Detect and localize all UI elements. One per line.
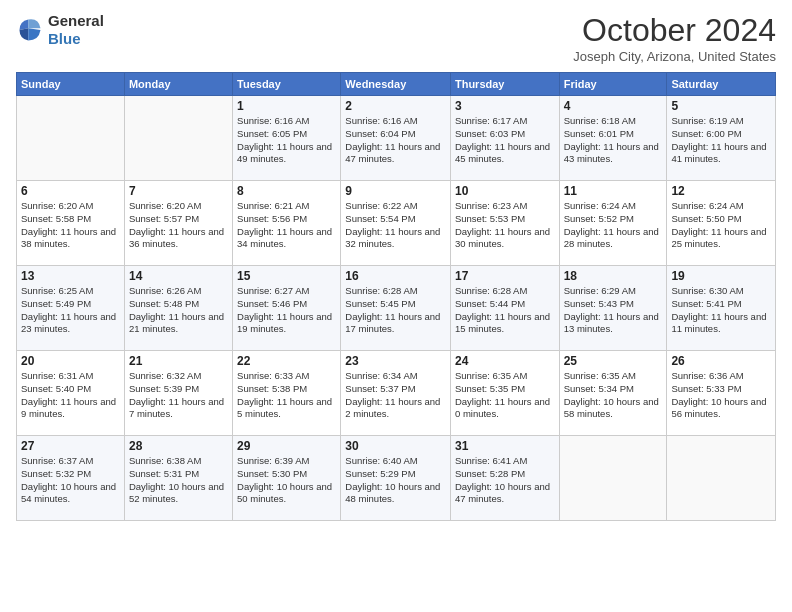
calendar-cell: 1Sunrise: 6:16 AMSunset: 6:05 PMDaylight… bbox=[233, 96, 341, 181]
day-info: Sunrise: 6:29 AMSunset: 5:43 PMDaylight:… bbox=[564, 285, 663, 336]
day-number: 26 bbox=[671, 354, 771, 368]
day-info: Sunrise: 6:16 AMSunset: 6:05 PMDaylight:… bbox=[237, 115, 336, 166]
col-friday: Friday bbox=[559, 73, 667, 96]
calendar-cell bbox=[559, 436, 667, 521]
day-info: Sunrise: 6:35 AMSunset: 5:35 PMDaylight:… bbox=[455, 370, 555, 421]
col-wednesday: Wednesday bbox=[341, 73, 451, 96]
day-number: 1 bbox=[237, 99, 336, 113]
calendar-cell: 21Sunrise: 6:32 AMSunset: 5:39 PMDayligh… bbox=[124, 351, 232, 436]
day-info: Sunrise: 6:25 AMSunset: 5:49 PMDaylight:… bbox=[21, 285, 120, 336]
day-info: Sunrise: 6:17 AMSunset: 6:03 PMDaylight:… bbox=[455, 115, 555, 166]
calendar-cell: 31Sunrise: 6:41 AMSunset: 5:28 PMDayligh… bbox=[450, 436, 559, 521]
day-info: Sunrise: 6:33 AMSunset: 5:38 PMDaylight:… bbox=[237, 370, 336, 421]
day-info: Sunrise: 6:28 AMSunset: 5:44 PMDaylight:… bbox=[455, 285, 555, 336]
col-sunday: Sunday bbox=[17, 73, 125, 96]
calendar-cell: 20Sunrise: 6:31 AMSunset: 5:40 PMDayligh… bbox=[17, 351, 125, 436]
calendar-cell: 17Sunrise: 6:28 AMSunset: 5:44 PMDayligh… bbox=[450, 266, 559, 351]
page: General Blue October 2024 Joseph City, A… bbox=[0, 0, 792, 612]
day-info: Sunrise: 6:26 AMSunset: 5:48 PMDaylight:… bbox=[129, 285, 228, 336]
calendar-cell: 10Sunrise: 6:23 AMSunset: 5:53 PMDayligh… bbox=[450, 181, 559, 266]
day-info: Sunrise: 6:37 AMSunset: 5:32 PMDaylight:… bbox=[21, 455, 120, 506]
calendar-cell: 9Sunrise: 6:22 AMSunset: 5:54 PMDaylight… bbox=[341, 181, 451, 266]
day-number: 14 bbox=[129, 269, 228, 283]
day-info: Sunrise: 6:19 AMSunset: 6:00 PMDaylight:… bbox=[671, 115, 771, 166]
day-number: 24 bbox=[455, 354, 555, 368]
day-info: Sunrise: 6:24 AMSunset: 5:50 PMDaylight:… bbox=[671, 200, 771, 251]
day-info: Sunrise: 6:41 AMSunset: 5:28 PMDaylight:… bbox=[455, 455, 555, 506]
day-number: 3 bbox=[455, 99, 555, 113]
day-number: 19 bbox=[671, 269, 771, 283]
day-number: 12 bbox=[671, 184, 771, 198]
calendar-cell: 30Sunrise: 6:40 AMSunset: 5:29 PMDayligh… bbox=[341, 436, 451, 521]
col-saturday: Saturday bbox=[667, 73, 776, 96]
calendar-cell: 6Sunrise: 6:20 AMSunset: 5:58 PMDaylight… bbox=[17, 181, 125, 266]
day-number: 2 bbox=[345, 99, 446, 113]
calendar-cell: 4Sunrise: 6:18 AMSunset: 6:01 PMDaylight… bbox=[559, 96, 667, 181]
day-number: 17 bbox=[455, 269, 555, 283]
col-monday: Monday bbox=[124, 73, 232, 96]
day-info: Sunrise: 6:21 AMSunset: 5:56 PMDaylight:… bbox=[237, 200, 336, 251]
day-number: 27 bbox=[21, 439, 120, 453]
calendar-week-row: 1Sunrise: 6:16 AMSunset: 6:05 PMDaylight… bbox=[17, 96, 776, 181]
day-number: 8 bbox=[237, 184, 336, 198]
day-info: Sunrise: 6:40 AMSunset: 5:29 PMDaylight:… bbox=[345, 455, 446, 506]
day-info: Sunrise: 6:22 AMSunset: 5:54 PMDaylight:… bbox=[345, 200, 446, 251]
calendar-cell: 18Sunrise: 6:29 AMSunset: 5:43 PMDayligh… bbox=[559, 266, 667, 351]
day-number: 18 bbox=[564, 269, 663, 283]
day-number: 31 bbox=[455, 439, 555, 453]
day-number: 25 bbox=[564, 354, 663, 368]
day-info: Sunrise: 6:30 AMSunset: 5:41 PMDaylight:… bbox=[671, 285, 771, 336]
calendar-week-row: 13Sunrise: 6:25 AMSunset: 5:49 PMDayligh… bbox=[17, 266, 776, 351]
calendar-cell: 22Sunrise: 6:33 AMSunset: 5:38 PMDayligh… bbox=[233, 351, 341, 436]
logo: General Blue bbox=[16, 12, 104, 48]
day-info: Sunrise: 6:36 AMSunset: 5:33 PMDaylight:… bbox=[671, 370, 771, 421]
day-number: 28 bbox=[129, 439, 228, 453]
calendar-cell bbox=[667, 436, 776, 521]
day-number: 21 bbox=[129, 354, 228, 368]
day-number: 23 bbox=[345, 354, 446, 368]
month-title: October 2024 bbox=[573, 12, 776, 49]
day-info: Sunrise: 6:27 AMSunset: 5:46 PMDaylight:… bbox=[237, 285, 336, 336]
calendar-cell: 24Sunrise: 6:35 AMSunset: 5:35 PMDayligh… bbox=[450, 351, 559, 436]
day-number: 15 bbox=[237, 269, 336, 283]
col-tuesday: Tuesday bbox=[233, 73, 341, 96]
location: Joseph City, Arizona, United States bbox=[573, 49, 776, 64]
day-info: Sunrise: 6:16 AMSunset: 6:04 PMDaylight:… bbox=[345, 115, 446, 166]
day-info: Sunrise: 6:23 AMSunset: 5:53 PMDaylight:… bbox=[455, 200, 555, 251]
calendar-cell: 25Sunrise: 6:35 AMSunset: 5:34 PMDayligh… bbox=[559, 351, 667, 436]
calendar-cell: 2Sunrise: 6:16 AMSunset: 6:04 PMDaylight… bbox=[341, 96, 451, 181]
calendar-cell: 28Sunrise: 6:38 AMSunset: 5:31 PMDayligh… bbox=[124, 436, 232, 521]
calendar-cell: 29Sunrise: 6:39 AMSunset: 5:30 PMDayligh… bbox=[233, 436, 341, 521]
day-info: Sunrise: 6:38 AMSunset: 5:31 PMDaylight:… bbox=[129, 455, 228, 506]
day-info: Sunrise: 6:18 AMSunset: 6:01 PMDaylight:… bbox=[564, 115, 663, 166]
calendar-cell: 13Sunrise: 6:25 AMSunset: 5:49 PMDayligh… bbox=[17, 266, 125, 351]
calendar-cell bbox=[17, 96, 125, 181]
day-info: Sunrise: 6:39 AMSunset: 5:30 PMDaylight:… bbox=[237, 455, 336, 506]
calendar-cell: 3Sunrise: 6:17 AMSunset: 6:03 PMDaylight… bbox=[450, 96, 559, 181]
day-number: 20 bbox=[21, 354, 120, 368]
calendar-cell: 16Sunrise: 6:28 AMSunset: 5:45 PMDayligh… bbox=[341, 266, 451, 351]
day-number: 22 bbox=[237, 354, 336, 368]
day-number: 10 bbox=[455, 184, 555, 198]
day-info: Sunrise: 6:31 AMSunset: 5:40 PMDaylight:… bbox=[21, 370, 120, 421]
day-number: 13 bbox=[21, 269, 120, 283]
calendar-week-row: 27Sunrise: 6:37 AMSunset: 5:32 PMDayligh… bbox=[17, 436, 776, 521]
calendar-cell: 19Sunrise: 6:30 AMSunset: 5:41 PMDayligh… bbox=[667, 266, 776, 351]
day-info: Sunrise: 6:24 AMSunset: 5:52 PMDaylight:… bbox=[564, 200, 663, 251]
day-number: 4 bbox=[564, 99, 663, 113]
calendar-week-row: 6Sunrise: 6:20 AMSunset: 5:58 PMDaylight… bbox=[17, 181, 776, 266]
logo-text: General Blue bbox=[48, 12, 104, 48]
day-number: 7 bbox=[129, 184, 228, 198]
day-number: 16 bbox=[345, 269, 446, 283]
col-thursday: Thursday bbox=[450, 73, 559, 96]
calendar-cell: 27Sunrise: 6:37 AMSunset: 5:32 PMDayligh… bbox=[17, 436, 125, 521]
day-number: 29 bbox=[237, 439, 336, 453]
day-number: 5 bbox=[671, 99, 771, 113]
calendar-cell: 14Sunrise: 6:26 AMSunset: 5:48 PMDayligh… bbox=[124, 266, 232, 351]
calendar-cell: 7Sunrise: 6:20 AMSunset: 5:57 PMDaylight… bbox=[124, 181, 232, 266]
day-number: 9 bbox=[345, 184, 446, 198]
calendar-cell: 11Sunrise: 6:24 AMSunset: 5:52 PMDayligh… bbox=[559, 181, 667, 266]
calendar-cell: 26Sunrise: 6:36 AMSunset: 5:33 PMDayligh… bbox=[667, 351, 776, 436]
calendar-cell: 5Sunrise: 6:19 AMSunset: 6:00 PMDaylight… bbox=[667, 96, 776, 181]
calendar-cell: 12Sunrise: 6:24 AMSunset: 5:50 PMDayligh… bbox=[667, 181, 776, 266]
